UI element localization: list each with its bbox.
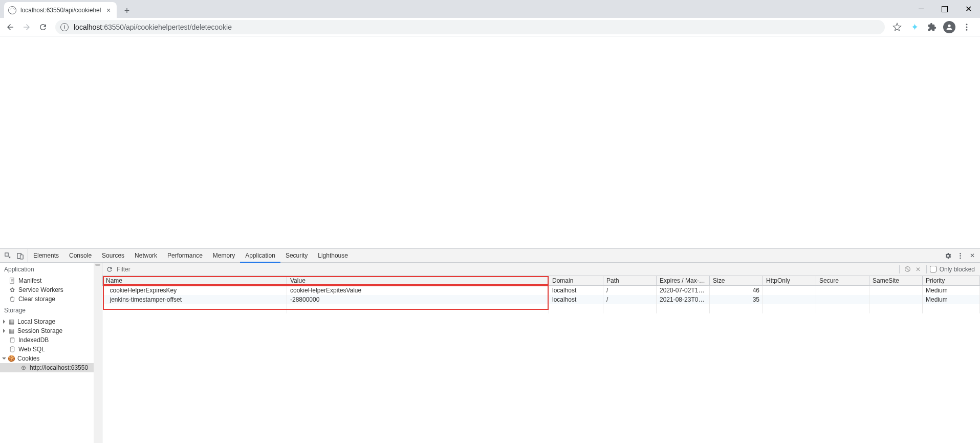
svg-point-6 [960, 255, 961, 257]
sidebar-item-label: Clear storage [18, 296, 55, 303]
sidebar-scrollbar[interactable] [94, 263, 102, 443]
window-minimize-button[interactable] [909, 0, 933, 18]
menu-button[interactable] [960, 20, 974, 34]
cell-priority: Medium [923, 286, 980, 296]
tab-security[interactable]: Security [280, 249, 313, 262]
tab-memory[interactable]: Memory [208, 249, 240, 262]
col-value[interactable]: Value [287, 276, 549, 286]
tab-console[interactable]: Console [64, 249, 97, 262]
gear-icon: ✿ [9, 287, 15, 293]
address-bar[interactable]: i localhost:63550/api/cookiehelpertest/d… [55, 20, 885, 34]
svg-point-1 [966, 26, 968, 28]
cell-path: / [603, 286, 657, 296]
separator [926, 265, 927, 273]
tab-elements[interactable]: Elements [28, 249, 64, 262]
sidebar-section-application: Application [0, 263, 102, 276]
cookies-table[interactable]: Name Value Domain Path Expires / Max-A..… [102, 276, 980, 313]
cell-name: jenkins-timestamper-offset [103, 295, 287, 304]
react-devtools-icon[interactable]: ✦ [907, 20, 922, 34]
chevron-right-icon [3, 329, 5, 333]
sidebar-item-cookies[interactable]: 🍪 Cookies [0, 354, 102, 363]
cell-expires: 2021-08-23T05:... [657, 295, 710, 304]
sidebar-item-label: Cookies [17, 355, 39, 362]
col-secure[interactable]: Secure [816, 276, 869, 286]
device-icon [16, 252, 24, 260]
cell-samesite [869, 286, 923, 296]
table-row[interactable]: cookieHelperExpiresKey cookieHelperExpit… [103, 286, 980, 296]
devtools-tabbar: Elements Console Sources Network Perform… [0, 249, 980, 263]
col-path[interactable]: Path [603, 276, 657, 286]
col-samesite[interactable]: SameSite [869, 276, 923, 286]
devtools-panel: Elements Console Sources Network Perform… [0, 248, 980, 443]
cell-httponly [763, 286, 816, 296]
window-close-button[interactable]: ✕ [956, 0, 980, 18]
chevron-right-icon [3, 320, 5, 324]
sidebar-item-label: Web SQL [18, 346, 45, 353]
refresh-button[interactable] [102, 266, 117, 273]
gear-icon [944, 252, 952, 260]
database-icon [9, 346, 15, 352]
separator [899, 265, 900, 273]
grid-icon: ▦ [8, 319, 14, 325]
devtools-close-button[interactable]: ✕ [967, 250, 978, 261]
sidebar-item-label: Local Storage [17, 318, 55, 325]
reload-button[interactable] [36, 20, 50, 34]
cell-size: 46 [710, 286, 763, 296]
window-maximize-button[interactable] [933, 0, 956, 18]
cell-path: / [603, 295, 657, 304]
tab-lighthouse[interactable]: Lighthouse [313, 249, 353, 262]
arrow-left-icon [6, 23, 15, 32]
sidebar-item-clear-storage[interactable]: Clear storage [0, 294, 102, 304]
profile-button[interactable] [942, 20, 956, 34]
inspect-element-button[interactable] [2, 250, 13, 261]
clear-all-button[interactable] [903, 266, 913, 272]
delete-selected-button[interactable]: ✕ [913, 266, 923, 273]
reload-icon [38, 23, 48, 32]
col-domain[interactable]: Domain [549, 276, 603, 286]
new-tab-button[interactable]: + [120, 4, 134, 18]
cell-secure [816, 295, 869, 304]
tab-network[interactable]: Network [129, 249, 162, 262]
tab-performance[interactable]: Performance [162, 249, 208, 262]
sidebar-item-local-storage[interactable]: ▦ Local Storage [0, 317, 102, 326]
col-expires[interactable]: Expires / Max-A... [657, 276, 710, 286]
bookmark-button[interactable] [890, 20, 904, 34]
col-name[interactable]: Name [103, 276, 287, 286]
url-host: localhost [74, 23, 102, 31]
sidebar-item-cookie-origin[interactable]: ⊕ http://localhost:63550 [0, 363, 102, 372]
back-button[interactable] [3, 20, 17, 34]
devtools-menu-button[interactable] [954, 250, 966, 261]
info-icon[interactable]: i [60, 23, 69, 31]
tab-application[interactable]: Application [240, 249, 280, 263]
reload-icon [106, 266, 113, 273]
sidebar-item-indexeddb[interactable]: IndexedDB [0, 335, 102, 345]
no-entry-icon [904, 266, 911, 272]
table-row[interactable] [103, 304, 980, 313]
cell-domain: localhost [549, 286, 603, 296]
devtools-tabs: Elements Console Sources Network Perform… [28, 249, 353, 262]
tab-sources[interactable]: Sources [97, 249, 129, 262]
sidebar-item-service-workers[interactable]: ✿ Service Workers [0, 285, 102, 294]
only-blocked-checkbox[interactable] [930, 266, 937, 272]
forward-button[interactable] [19, 20, 34, 34]
device-toggle-button[interactable] [14, 250, 26, 261]
col-httponly[interactable]: HttpOnly [763, 276, 816, 286]
only-blocked-toggle[interactable]: Only blocked [930, 266, 980, 273]
svg-point-9 [10, 337, 14, 339]
svg-point-2 [966, 29, 968, 30]
col-priority[interactable]: Priority [923, 276, 980, 286]
tab-close-button[interactable]: × [104, 6, 113, 14]
arrow-right-icon [22, 23, 31, 32]
sidebar-item-websql[interactable]: Web SQL [0, 345, 102, 354]
sidebar-item-manifest[interactable]: Manifest [0, 276, 102, 285]
inspect-icon [4, 252, 12, 260]
cell-httponly [763, 295, 816, 304]
svg-point-0 [966, 24, 968, 25]
browser-tab[interactable]: localhost:63550/api/cookiehel × [4, 2, 117, 18]
devtools-settings-button[interactable] [942, 250, 953, 261]
col-size[interactable]: Size [710, 276, 763, 286]
sidebar-item-session-storage[interactable]: ▦ Session Storage [0, 326, 102, 335]
extensions-button[interactable] [925, 20, 939, 34]
filter-input[interactable] [117, 266, 896, 273]
table-row[interactable]: jenkins-timestamper-offset -28800000 loc… [103, 295, 980, 304]
